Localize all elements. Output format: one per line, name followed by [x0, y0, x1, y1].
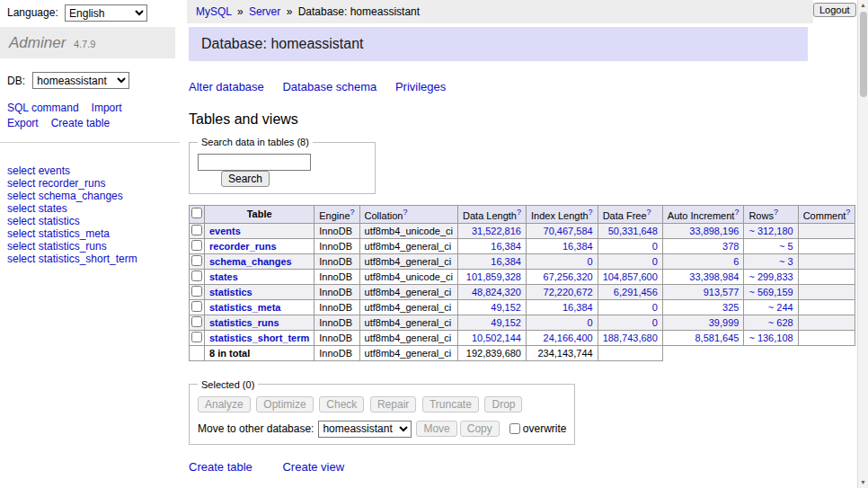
auto-increment-link[interactable]: 6 — [733, 256, 739, 267]
rows-count-link[interactable]: ~ 136,108 — [748, 333, 793, 343]
overwrite-checkbox[interactable] — [509, 423, 520, 434]
sidebar-item-select-states[interactable]: select states — [7, 202, 173, 215]
help-link[interactable]: ? — [734, 210, 739, 221]
help-link[interactable]: ? — [846, 210, 850, 221]
sidebar-item-select-statistics[interactable]: select statistics — [7, 215, 173, 227]
move-button[interactable]: Move — [416, 421, 456, 437]
vertical-scrollbar[interactable]: ▲ ▼ — [857, 0, 868, 488]
index-length-link[interactable]: 24,166,400 — [544, 333, 593, 343]
check-button[interactable]: Check — [319, 396, 364, 413]
table-name-link[interactable]: states — [209, 271, 238, 282]
create-view-link[interactable]: Create view — [282, 460, 344, 474]
export-link[interactable]: Export — [7, 117, 39, 129]
copy-button[interactable]: Copy — [460, 421, 500, 437]
data-free-link[interactable]: 0 — [652, 256, 658, 267]
row-checkbox[interactable] — [191, 271, 202, 281]
data-free-link[interactable]: 104,857,600 — [603, 271, 658, 282]
row-checkbox[interactable] — [191, 316, 202, 327]
search-button[interactable]: Search — [221, 171, 270, 187]
data-length-link[interactable]: 49,152 — [491, 302, 521, 313]
search-input[interactable] — [198, 154, 311, 171]
data-length-link[interactable]: 49,152 — [491, 317, 521, 328]
db-select[interactable]: homeassistant — [32, 72, 129, 89]
table-name-link[interactable]: statistics_runs — [209, 317, 279, 328]
breadcrumb-server-link[interactable]: Server — [249, 5, 280, 18]
adminer-logo[interactable]: Adminer — [9, 34, 66, 51]
rows-count-link[interactable]: ~ 628 — [768, 317, 793, 328]
move-db-select[interactable]: homeassistant — [318, 421, 412, 438]
help-link[interactable]: ? — [517, 210, 521, 221]
row-checkbox[interactable] — [191, 240, 202, 251]
logout-button[interactable]: Logout — [813, 3, 856, 17]
scrollbar-thumb[interactable] — [860, 12, 867, 97]
create-table-link[interactable]: Create table — [51, 117, 110, 129]
index-length-link[interactable]: 70,467,584 — [544, 226, 593, 236]
table-name-link[interactable]: statistics — [209, 287, 252, 297]
auto-increment-link[interactable]: 378 — [722, 241, 739, 252]
help-link[interactable]: ? — [403, 210, 407, 221]
help-link[interactable]: ? — [647, 210, 651, 221]
data-free-link[interactable]: 0 — [652, 302, 658, 313]
row-checkbox[interactable] — [191, 332, 202, 342]
analyze-button[interactable]: Analyze — [198, 396, 251, 413]
data-length-link[interactable]: 16,384 — [491, 241, 521, 252]
scroll-down-icon[interactable]: ▼ — [858, 477, 868, 488]
scroll-up-icon[interactable]: ▲ — [858, 0, 868, 11]
auto-increment-link[interactable]: 39,999 — [709, 317, 740, 328]
sidebar-item-select-recorder-runs[interactable]: select recorder_runs — [7, 177, 173, 190]
privileges-link[interactable]: Privileges — [395, 80, 446, 93]
language-select[interactable]: English — [65, 4, 147, 22]
auto-increment-link[interactable]: 33,398,984 — [689, 271, 739, 282]
rows-count-link[interactable]: ~ 299,833 — [748, 271, 793, 282]
table-name-link[interactable]: schema_changes — [209, 256, 292, 267]
data-length-link[interactable]: 101,859,328 — [466, 271, 521, 282]
auto-increment-link[interactable]: 913,577 — [704, 287, 740, 297]
sql-command-link[interactable]: SQL command — [7, 102, 79, 114]
rows-count-link[interactable]: ~ 569,159 — [748, 287, 793, 297]
table-name-link[interactable]: statistics_short_term — [209, 333, 309, 343]
index-length-link[interactable]: 0 — [588, 256, 593, 267]
index-length-link[interactable]: 67,256,320 — [544, 271, 593, 282]
row-checkbox[interactable] — [191, 301, 202, 312]
optimize-button[interactable]: Optimize — [256, 396, 313, 413]
help-link[interactable]: ? — [589, 210, 593, 221]
alter-database-link[interactable]: Alter database — [189, 80, 264, 93]
index-length-link[interactable]: 16,384 — [562, 241, 593, 252]
auto-increment-link[interactable]: 33,898,196 — [689, 226, 739, 236]
sidebar-item-select-events[interactable]: select events — [7, 164, 173, 177]
drop-button[interactable]: Drop — [484, 396, 522, 413]
table-name-link[interactable]: events — [209, 226, 241, 236]
auto-increment-link[interactable]: 8,581,645 — [695, 333, 739, 343]
data-free-link[interactable]: 0 — [652, 317, 658, 328]
data-length-link[interactable]: 16,384 — [491, 256, 521, 267]
select-all-checkbox[interactable] — [191, 208, 202, 218]
data-free-link[interactable]: 188,743,680 — [603, 333, 658, 343]
breadcrumb-mysql-link[interactable]: MySQL — [196, 5, 232, 18]
data-free-link[interactable]: 50,331,648 — [608, 226, 658, 236]
index-length-link[interactable]: 72,220,672 — [544, 287, 593, 297]
import-link[interactable]: Import — [92, 102, 122, 114]
index-length-link[interactable]: 0 — [588, 317, 593, 328]
create-table-link-main[interactable]: Create table — [189, 460, 252, 474]
rows-count-link[interactable]: ~ 244 — [768, 302, 793, 313]
sidebar-item-select-statistics-short-term[interactable]: select statistics_short_term — [7, 253, 173, 265]
data-length-link[interactable]: 48,824,320 — [472, 287, 521, 297]
row-checkbox[interactable] — [191, 286, 202, 297]
rows-count-link[interactable]: ~ 3 — [779, 256, 793, 267]
index-length-link[interactable]: 16,384 — [562, 302, 593, 313]
table-name-link[interactable]: recorder_runs — [209, 241, 277, 252]
sidebar-item-select-statistics-meta[interactable]: select statistics_meta — [7, 227, 173, 240]
row-checkbox[interactable] — [191, 255, 202, 266]
data-free-link[interactable]: 0 — [652, 241, 658, 252]
help-link[interactable]: ? — [774, 210, 778, 221]
data-length-link[interactable]: 10,502,144 — [472, 333, 521, 343]
auto-increment-link[interactable]: 325 — [722, 302, 739, 313]
database-schema-link[interactable]: Database schema — [282, 80, 376, 93]
sidebar-item-select-schema-changes[interactable]: select schema_changes — [7, 190, 173, 202]
sidebar-item-select-statistics-runs[interactable]: select statistics_runs — [7, 240, 173, 253]
truncate-button[interactable]: Truncate — [422, 396, 479, 413]
rows-count-link[interactable]: ~ 312,180 — [748, 226, 793, 236]
row-checkbox[interactable] — [191, 225, 202, 235]
data-free-link[interactable]: 6,291,456 — [614, 287, 658, 297]
repair-button[interactable]: Repair — [370, 396, 416, 413]
